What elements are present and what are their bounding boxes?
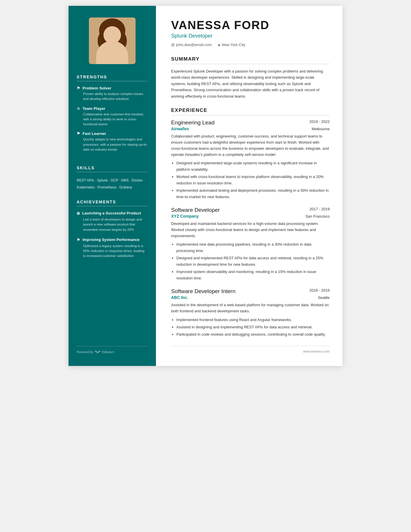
avatar-image xyxy=(89,17,136,64)
fast-learner-icon: ⚑ xyxy=(77,131,80,136)
sidebar: STRENGTHS ⚑ Problem Solver Proven abilit… xyxy=(68,6,156,366)
experience-title: EXPERIENCE xyxy=(171,108,330,115)
summary-title: SUMMARY xyxy=(171,56,330,64)
achievement-title-2: ⚑ Improving System Performance xyxy=(77,237,148,242)
experience-2: Software Developer 2017 - 2019 XYZ Compa… xyxy=(171,207,330,281)
exp-3-header: Software Developer Intern 2016 - 2016 xyxy=(171,288,330,295)
header-section: VANESSA FORD Splunk Developer @ john.doe… xyxy=(171,19,330,47)
exp-1-bullet-2: Worked with cross-functional teams to im… xyxy=(176,174,330,186)
achievement-desc-2: Optimized a legacy system resulting in a… xyxy=(77,244,148,259)
strength-desc-3: Quickly adapts to new technologies and p… xyxy=(77,137,148,152)
exp-2-bullet-3: Improved system observability and monito… xyxy=(176,269,330,281)
strength-title-2: ☆ Team Player xyxy=(77,106,148,111)
candidate-name: VANESSA FORD xyxy=(171,19,330,32)
contact-email: @ john.doe@email.com xyxy=(171,43,212,47)
exp-2-bullet-2: Designed and implemented REST APIs for d… xyxy=(176,255,330,267)
exp-1-company: Airwallex xyxy=(171,126,189,131)
exp-1-role: Engineering Lead xyxy=(171,119,215,126)
exp-2-company: XYZ Company xyxy=(171,214,199,219)
achievement-icon-2: ⚑ xyxy=(77,238,80,242)
problem-solver-icon: ⚑ xyxy=(77,86,80,90)
exp-3-role: Software Developer Intern xyxy=(171,288,236,295)
exp-2-desc: Developed and maintained backend service… xyxy=(171,221,330,239)
exp-1-bullets: Designed and implemented large-scale sys… xyxy=(171,160,330,200)
exp-3-bullets: Implemented frontend features using Reac… xyxy=(171,317,330,338)
exp-2-bullets: Implemented new data processing pipeline… xyxy=(171,241,330,281)
contact-info: @ john.doe@email.com ◈ New York City xyxy=(171,43,330,47)
exp-1-bullet-1: Designed and implemented large-scale sys… xyxy=(176,160,330,172)
exp-3-bullet-2: Assisted in designing and implementing R… xyxy=(176,324,330,330)
brand-name: Enhancv xyxy=(102,350,114,354)
achievement-title-1: ✿ Launching a Successful Product xyxy=(77,211,148,216)
achievements-section: ACHIEVEMENTS ✿ Launching a Successful Pr… xyxy=(77,200,148,264)
contact-location: ◈ New York City xyxy=(218,43,245,47)
avatar-container xyxy=(77,17,148,64)
sidebar-footer: Powered by Enhancv xyxy=(77,346,148,354)
summary-text: Experienced Splunk Developer with a pass… xyxy=(171,68,330,99)
achievement-item-2: ⚑ Improving System Performance Optimized… xyxy=(77,237,148,259)
experience-section: EXPERIENCE Engineering Lead 2019 - 2022 … xyxy=(171,108,330,338)
email-icon: @ xyxy=(171,43,175,47)
main-footer: www.enhancv.com xyxy=(171,346,330,353)
svg-point-3 xyxy=(98,32,108,50)
location-icon: ◈ xyxy=(218,43,220,47)
exp-1-header: Engineering Lead 2019 - 2022 xyxy=(171,119,330,126)
exp-3-location: Seattle xyxy=(318,295,330,300)
exp-2-sub: XYZ Company San Francisco xyxy=(171,214,330,219)
exp-3-sub: ABC Inc. Seattle xyxy=(171,295,330,300)
strength-item-1: ⚑ Problem Solver Proven ability to analy… xyxy=(77,86,148,102)
exp-2-role: Software Developer xyxy=(171,207,220,213)
achievement-item-1: ✿ Launching a Successful Product Led a t… xyxy=(77,211,148,232)
svg-point-7 xyxy=(96,54,128,64)
enhancv-logo-icon xyxy=(94,350,101,354)
svg-point-2 xyxy=(103,29,122,50)
exp-3-dates: 2016 - 2016 xyxy=(310,288,330,293)
exp-1-dates: 2019 - 2022 xyxy=(310,119,330,124)
strength-title-1: ⚑ Problem Solver xyxy=(77,86,148,90)
strength-item-3: ⚑ Fast Learner Quickly adapts to new tec… xyxy=(77,131,148,152)
achievements-title: ACHIEVEMENTS xyxy=(77,200,148,206)
svg-point-9 xyxy=(115,37,117,39)
exp-1-location: Melbourne xyxy=(312,127,330,131)
svg-point-6 xyxy=(96,51,128,64)
experience-3: Software Developer Intern 2016 - 2016 AB… xyxy=(171,288,330,338)
skills-title: SKILLS xyxy=(77,165,148,172)
main-content: VANESSA FORD Splunk Developer @ john.doe… xyxy=(156,6,342,366)
exp-2-dates: 2017 - 2019 xyxy=(310,207,330,211)
exp-2-header: Software Developer 2017 - 2019 xyxy=(171,207,330,213)
footer-url: www.enhancv.com xyxy=(303,350,330,353)
avatar xyxy=(89,17,136,64)
achievement-icon-1: ✿ xyxy=(77,211,80,216)
svg-point-8 xyxy=(107,37,109,39)
skills-list: REST APIs · Splunk · GCP · AWS · Docker … xyxy=(77,177,148,191)
exp-1-sub: Airwallex Melbourne xyxy=(171,126,330,131)
exp-1-desc: Collaborated with product, engineering, … xyxy=(171,133,330,158)
svg-point-4 xyxy=(116,32,127,50)
exp-1-bullet-3: Implemented automated testing and deploy… xyxy=(176,187,330,200)
exp-3-company: ABC Inc. xyxy=(171,295,188,300)
achievement-desc-1: Led a team of developers to design and l… xyxy=(77,217,148,232)
strengths-section: STRENGTHS ⚑ Problem Solver Proven abilit… xyxy=(77,75,148,157)
strength-title-3: ⚑ Fast Learner xyxy=(77,131,148,136)
team-player-icon: ☆ xyxy=(77,106,80,111)
svg-rect-5 xyxy=(109,48,116,54)
strength-desc-2: Collaborative and customer-first mindset… xyxy=(77,112,148,127)
powered-by-label: Powered by xyxy=(77,350,93,354)
strengths-title: STRENGTHS xyxy=(77,75,148,81)
exp-2-location: San Francisco xyxy=(305,214,330,219)
exp-3-bullet-1: Implemented frontend features using Reac… xyxy=(176,317,330,323)
candidate-title: Splunk Developer xyxy=(171,33,330,39)
exp-3-desc: Assisted in the development of a web-bas… xyxy=(171,302,330,314)
powered-by: Powered by Enhancv xyxy=(77,350,114,354)
resume-document: STRENGTHS ⚑ Problem Solver Proven abilit… xyxy=(68,6,342,366)
exp-2-bullet-1: Implemented new data processing pipeline… xyxy=(176,241,330,254)
strength-item-2: ☆ Team Player Collaborative and customer… xyxy=(77,106,148,127)
summary-section: SUMMARY Experienced Splunk Developer wit… xyxy=(171,56,330,99)
experience-1: Engineering Lead 2019 - 2022 Airwallex M… xyxy=(171,119,330,200)
skills-section: SKILLS REST APIs · Splunk · GCP · AWS · … xyxy=(77,165,148,191)
strength-desc-1: Proven ability to analyze complex issues… xyxy=(77,91,148,102)
exp-3-bullet-3: Participated in code reviews and debuggi… xyxy=(176,331,330,337)
